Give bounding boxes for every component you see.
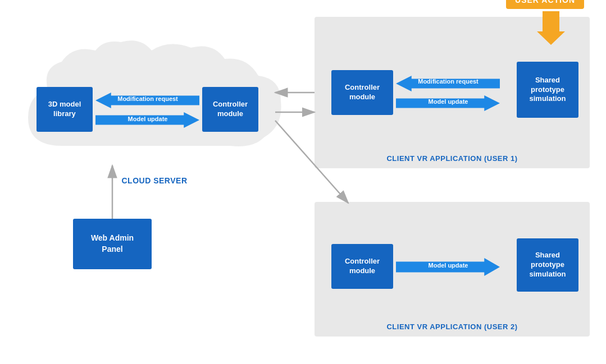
user-action-arrow — [537, 11, 565, 45]
client2-label: CLIENT VR APPLICATION (USER 2) — [386, 322, 517, 331]
client2-controller-module: Controller module — [331, 244, 393, 289]
client2-section: Controller module Shared prototype simul… — [315, 202, 590, 337]
client1-shared-prototype: Shared prototype simulation — [517, 62, 578, 118]
client1-modification-arrow — [396, 76, 500, 91]
cloud-server-label: CLOUD SERVER — [122, 176, 188, 185]
client2-model-update-arrow — [396, 258, 500, 276]
client1-model-update-arrow — [396, 95, 500, 111]
diagram-container: 3D model library Controller module Modif… — [0, 0, 606, 364]
client1-section: USER ACTION Controller module Shared pro… — [315, 17, 590, 168]
client1-controller-module: Controller module — [331, 70, 393, 115]
cloud-section: 3D model library Controller module Modif… — [17, 34, 292, 185]
client1-label: CLIENT VR APPLICATION (USER 1) — [386, 154, 517, 163]
user-action-label: USER ACTION — [506, 0, 584, 9]
client2-shared-prototype: Shared prototype simulation — [517, 238, 578, 292]
web-admin-panel: Web Admin Panel — [73, 219, 152, 269]
cloud-model-library: 3D model library — [37, 87, 93, 132]
cloud-controller-module: Controller module — [202, 87, 258, 132]
